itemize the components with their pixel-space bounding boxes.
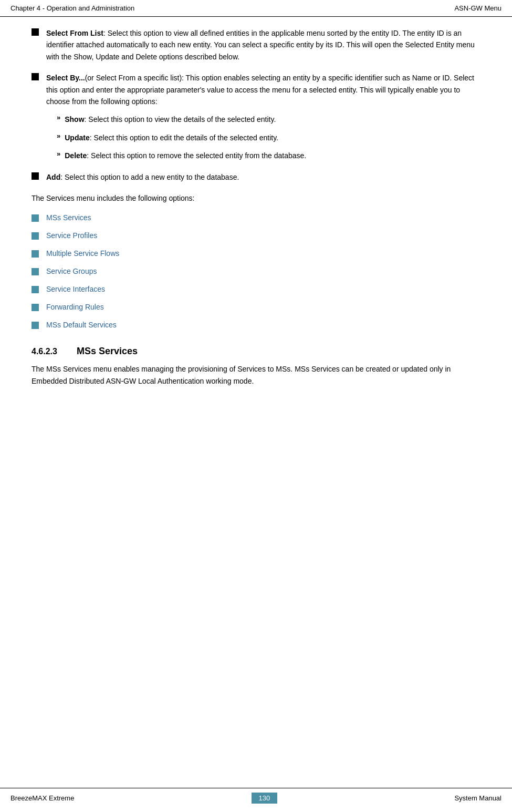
service-link-forwarding-rules[interactable]: Forwarding Rules xyxy=(46,303,104,311)
page-header: Chapter 4 - Operation and Administration… xyxy=(0,0,512,17)
service-list-item-service-profiles: Service Profiles xyxy=(32,231,480,240)
bullet-blue-icon xyxy=(32,250,39,258)
footer-right: System Manual xyxy=(454,794,501,802)
section-number: 4.6.2.3 xyxy=(32,347,68,356)
sub-term: Update xyxy=(65,133,89,142)
bullet-text: Select By...(or Select From a specific l… xyxy=(46,72,480,107)
service-list: MSs ServicesService ProfilesMultiple Ser… xyxy=(32,213,480,329)
arrow-icon: » xyxy=(57,132,60,140)
page-number: 130 xyxy=(252,793,278,804)
service-link-service-groups[interactable]: Service Groups xyxy=(46,267,97,275)
sub-bullets: » Show: Select this option to view the d… xyxy=(46,107,306,161)
bullet-body: (or Select From a specific list): This o… xyxy=(46,74,474,106)
bullet-icon xyxy=(32,172,39,180)
sub-bullet-delete: » Delete: Select this option to remove t… xyxy=(57,150,306,161)
service-list-item-multiple-service-flows: Multiple Service Flows xyxy=(32,249,480,258)
bullet-body: : Select this option to view all defined… xyxy=(46,29,475,61)
header-right: ASN-GW Menu xyxy=(454,4,501,12)
bullet-select-from-list: Select From List: Select this option to … xyxy=(32,27,480,63)
sub-body: : Select this option to edit the details… xyxy=(90,133,278,142)
sub-bullet-update: » Update: Select this option to edit the… xyxy=(57,132,306,143)
service-list-item-mss-services: MSs Services xyxy=(32,213,480,222)
section-body: The MSs Services menu enables managing t… xyxy=(32,363,480,387)
service-list-item-forwarding-rules: Forwarding Rules xyxy=(32,303,480,311)
sub-term: Show xyxy=(65,115,84,124)
service-link-service-profiles[interactable]: Service Profiles xyxy=(46,231,97,240)
section-title: MSs Services xyxy=(77,346,138,357)
service-list-item-service-interfaces: Service Interfaces xyxy=(32,285,480,293)
header-left: Chapter 4 - Operation and Administration xyxy=(11,4,134,12)
page-content: Select From List: Select this option to … xyxy=(0,17,512,429)
bullet-term: Select From List xyxy=(46,29,103,37)
bullet-blue-icon xyxy=(32,232,39,240)
bullet-blue-icon xyxy=(32,286,39,293)
bullet-text: Add: Select this option to add a new ent… xyxy=(46,171,480,183)
sub-bullet-show: » Show: Select this option to view the d… xyxy=(57,114,306,125)
bullet-blue-icon xyxy=(32,304,39,311)
page-footer: BreezeMAX Extreme 130 System Manual xyxy=(0,788,512,804)
bullet-icon xyxy=(32,28,39,36)
service-link-multiple-service-flows[interactable]: Multiple Service Flows xyxy=(46,249,119,258)
service-link-mss-services[interactable]: MSs Services xyxy=(46,213,91,222)
sub-term: Delete xyxy=(65,151,87,160)
bullet-text: Select From List: Select this option to … xyxy=(46,27,480,63)
bullet-body: : Select this option to add a new entity… xyxy=(60,173,239,181)
sub-bullet-text: Show: Select this option to view the det… xyxy=(65,114,306,125)
sub-body: : Select this option to remove the selec… xyxy=(87,151,306,160)
bullet-select-by: Select By...(or Select From a specific l… xyxy=(32,72,480,161)
service-link-service-interfaces[interactable]: Service Interfaces xyxy=(46,285,105,293)
sub-body: : Select this option to view the details… xyxy=(85,115,276,124)
bullet-icon xyxy=(32,73,39,80)
sub-bullet-text: Delete: Select this option to remove the… xyxy=(65,150,306,161)
bullet-blue-icon xyxy=(32,322,39,329)
service-link-mss-default-services[interactable]: MSs Default Services xyxy=(46,321,117,329)
bullet-term: Select By... xyxy=(46,74,85,82)
sub-bullet-text: Update: Select this option to edit the d… xyxy=(65,132,306,143)
bullet-add: Add: Select this option to add a new ent… xyxy=(32,171,480,183)
service-list-item-service-groups: Service Groups xyxy=(32,267,480,275)
bullet-term: Add xyxy=(46,173,60,181)
bullet-blue-icon xyxy=(32,268,39,275)
bullet-blue-icon xyxy=(32,214,39,222)
service-list-item-mss-default-services: MSs Default Services xyxy=(32,321,480,329)
services-intro: The Services menu includes the following… xyxy=(32,192,480,204)
section-heading: 4.6.2.3 MSs Services xyxy=(32,346,480,357)
arrow-icon: » xyxy=(57,150,60,158)
footer-left: BreezeMAX Extreme xyxy=(11,794,74,802)
arrow-icon: » xyxy=(57,114,60,121)
